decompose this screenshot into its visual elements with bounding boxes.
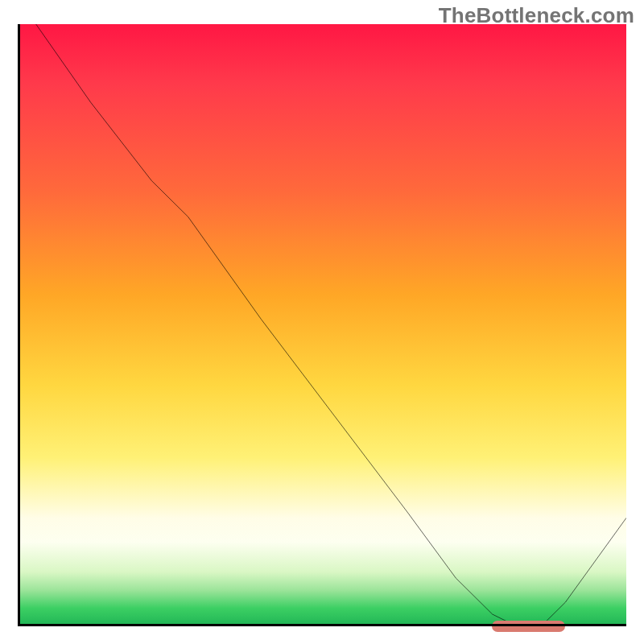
curve-svg (18, 24, 626, 626)
x-axis (18, 624, 626, 626)
optimal-range-marker (492, 621, 565, 632)
bottleneck-curve-line (36, 24, 626, 626)
chart-frame: TheBottleneck.com (0, 0, 644, 644)
plot-area (18, 24, 626, 626)
y-axis (18, 24, 20, 626)
